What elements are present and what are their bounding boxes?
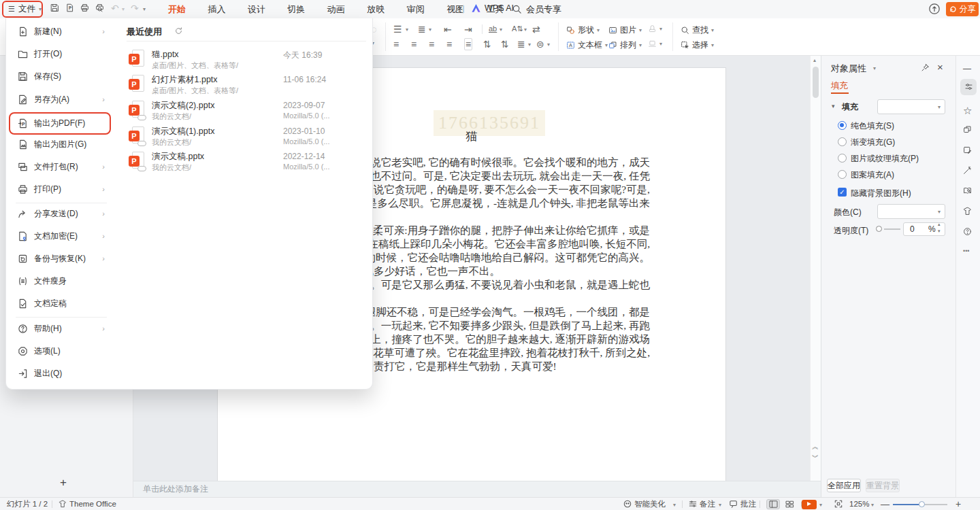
previous-slide-icon[interactable]: ︽ bbox=[812, 442, 819, 452]
smart-beautify-chevron-icon[interactable]: ▾ bbox=[673, 498, 676, 510]
menu-item-finalize[interactable]: 文档定稿 bbox=[10, 293, 110, 313]
line-spacing-up-icon[interactable]: ⇅ bbox=[483, 39, 491, 50]
zoom-in-button[interactable]: + bbox=[956, 498, 961, 510]
paragraph-layout-icon[interactable]: ≡ bbox=[464, 38, 472, 50]
file-menu-button[interactable]: ☰ 文件 ▾ bbox=[5, 2, 44, 16]
line-spacing-chevron-icon[interactable]: ▾ bbox=[528, 41, 531, 48]
design-theme-icon[interactable] bbox=[963, 207, 972, 216]
save-icon[interactable] bbox=[50, 3, 62, 15]
fit-screen-icon[interactable] bbox=[834, 500, 843, 508]
redo-icon[interactable]: ↷ bbox=[131, 3, 139, 14]
star-resources-icon[interactable]: ☆ bbox=[963, 105, 972, 117]
line-spacing-down-icon[interactable]: ⇅ bbox=[501, 39, 509, 50]
distribute-icon[interactable]: ⊜ bbox=[536, 39, 544, 50]
notes-toggle-button[interactable]: 备注 bbox=[700, 498, 715, 510]
numbered-list-icon[interactable]: ≣ bbox=[418, 24, 426, 35]
next-slide-icon[interactable]: ︾ bbox=[812, 453, 819, 462]
text-direction-icon[interactable]: A⇅ bbox=[512, 24, 523, 33]
menu-item-options[interactable]: 选项(L) bbox=[10, 341, 110, 361]
menu-item-help[interactable]: 帮助(H)› bbox=[10, 318, 110, 339]
tab-transition[interactable]: 切换 bbox=[278, 0, 314, 18]
menu-item-file-slim[interactable]: 文件瘦身 bbox=[10, 271, 110, 291]
zoom-level[interactable]: 125% bbox=[849, 498, 869, 510]
shape-library-icon[interactable] bbox=[963, 125, 972, 134]
opacity-slider-track[interactable] bbox=[884, 228, 900, 230]
wps-ai-button[interactable]: WPS AI bbox=[471, 3, 514, 13]
character-format-icon[interactable]: ab bbox=[489, 24, 497, 33]
tab-review[interactable]: 审阅 bbox=[397, 0, 434, 18]
reference-book-icon[interactable] bbox=[963, 186, 972, 195]
radio-pattern-fill[interactable] bbox=[838, 170, 847, 179]
tab-insert[interactable]: 插入 bbox=[198, 0, 235, 18]
panel-title-chevron-icon[interactable]: ▾ bbox=[873, 65, 876, 71]
notes-input[interactable]: 单击此处添加备注 bbox=[133, 481, 821, 497]
menu-item-save-as[interactable]: 另存为(A)› bbox=[10, 89, 110, 109]
menu-item-save[interactable]: 保存(S) bbox=[10, 66, 110, 86]
bullet-list-chevron-icon[interactable]: ▾ bbox=[406, 27, 408, 33]
menu-item-print[interactable]: 打印(P)› bbox=[10, 179, 110, 199]
fill-type-dropdown[interactable]: ▾ bbox=[877, 99, 945, 114]
numbered-list-chevron-icon[interactable]: ▾ bbox=[429, 27, 431, 33]
scrollbar-thumb[interactable] bbox=[813, 67, 819, 98]
tab-design[interactable]: 设计 bbox=[238, 0, 275, 18]
zoom-slider-track[interactable] bbox=[924, 504, 947, 505]
tab-view[interactable]: 视图 bbox=[437, 0, 474, 18]
play-options-chevron-icon[interactable]: ▾ bbox=[819, 498, 822, 510]
zoom-slider-knob[interactable] bbox=[919, 501, 925, 507]
textbox-button[interactable]: A 文本框▾ bbox=[566, 39, 608, 51]
print-preview-icon[interactable] bbox=[95, 3, 107, 15]
radio-gradient-fill[interactable] bbox=[838, 137, 847, 146]
convert-text-icon[interactable]: ⇄ bbox=[532, 24, 540, 35]
recent-file-row[interactable]: P 演示文稿(2).pptx 我的云文档/ 2023-09-07 Mozilla… bbox=[123, 99, 365, 123]
find-button[interactable]: 查找▾ bbox=[681, 24, 714, 36]
tab-animation[interactable]: 动画 bbox=[318, 0, 355, 18]
align-left-icon[interactable]: ≡ bbox=[393, 39, 399, 50]
tab-fill[interactable]: 填充 bbox=[831, 80, 848, 92]
share-button[interactable]: 分享 bbox=[946, 2, 979, 16]
magic-wand-icon[interactable] bbox=[963, 166, 972, 175]
align-justify-icon[interactable]: ≡ bbox=[446, 39, 452, 50]
spin-up-icon[interactable]: ▴ bbox=[938, 222, 941, 227]
view-slide-sorter-button[interactable] bbox=[783, 499, 796, 509]
apply-to-all-button[interactable]: 全部应用 bbox=[827, 479, 861, 492]
notes-toggle-chevron-icon[interactable]: ▾ bbox=[719, 498, 721, 510]
undo-chevron-icon[interactable]: ▾ bbox=[122, 6, 125, 12]
menu-item-exit[interactable]: 退出(Q) bbox=[10, 363, 110, 384]
qat-customize-chevron-icon[interactable]: ▾ bbox=[143, 6, 146, 12]
recent-file-row[interactable]: P 演示文稿(1).pptx 我的云文档/ 2023-01-10 Mozilla… bbox=[123, 124, 365, 149]
resource-edit-icon[interactable] bbox=[963, 146, 972, 154]
select-button[interactable]: 选择▾ bbox=[681, 39, 714, 51]
menu-item-export-image[interactable]: 输出为图片(G) bbox=[10, 134, 110, 154]
print-icon[interactable] bbox=[80, 3, 92, 15]
menu-item-open[interactable]: 打开(O) bbox=[10, 44, 110, 64]
arrange-button[interactable]: 排列▾ bbox=[608, 39, 642, 51]
decrease-indent-icon[interactable]: ⇤ bbox=[444, 24, 452, 35]
menu-item-new[interactable]: 新建(N)› bbox=[10, 21, 110, 41]
menu-item-backup-restore[interactable]: 备份与恢复(K)› bbox=[10, 248, 110, 269]
close-panel-icon[interactable]: × bbox=[937, 61, 943, 73]
comments-button[interactable]: 批注 bbox=[740, 498, 756, 510]
menu-item-encrypt[interactable]: 文档加密(E)› bbox=[10, 226, 110, 246]
smart-beautify-button[interactable]: 智能美化 bbox=[634, 498, 666, 510]
radio-solid-fill[interactable] bbox=[838, 121, 847, 130]
increase-indent-icon[interactable]: ⇥ bbox=[464, 24, 472, 35]
radio-picture-texture-fill[interactable] bbox=[838, 154, 847, 163]
menu-item-package[interactable]: 文件打包(R)› bbox=[10, 156, 110, 177]
search-icon[interactable] bbox=[512, 4, 522, 14]
scroll-up-icon[interactable]: ▴ bbox=[813, 57, 816, 63]
menu-item-share-send[interactable]: 分享发送(D)› bbox=[10, 203, 110, 224]
view-normal-button[interactable] bbox=[766, 499, 780, 509]
cloud-upload-icon[interactable] bbox=[928, 3, 941, 15]
shapes-button[interactable]: 形状▾ bbox=[566, 24, 600, 36]
tab-slideshow[interactable]: 放映 bbox=[357, 0, 394, 18]
tab-member[interactable]: 会员专享 bbox=[517, 0, 571, 18]
refresh-icon[interactable] bbox=[174, 27, 183, 35]
distribute-chevron-icon[interactable]: ▾ bbox=[547, 41, 550, 48]
new-slide-button[interactable]: + bbox=[60, 476, 67, 490]
opacity-spinner[interactable]: 0 % ▴ ▾ bbox=[903, 222, 945, 236]
zoom-chevron-icon[interactable]: ▾ bbox=[871, 498, 874, 510]
menu-item-export-pdf[interactable]: P 输出为PDF(F) bbox=[10, 113, 110, 133]
more-tools-icon[interactable]: ••• bbox=[963, 248, 969, 254]
properties-strip-button-active[interactable] bbox=[960, 79, 977, 95]
align-center-icon[interactable]: ≡ bbox=[411, 39, 416, 50]
